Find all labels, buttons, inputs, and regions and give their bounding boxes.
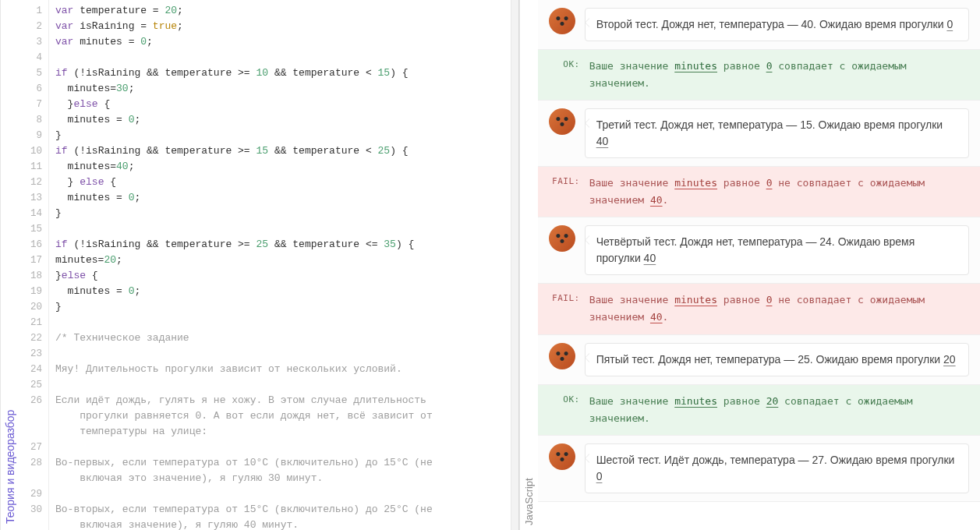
verdict-label: FAIL: bbox=[549, 292, 580, 326]
message-bubble: Второй тест. Дождя нет, температура — 40… bbox=[585, 8, 969, 41]
test-message: Четвёртый тест. Дождя нет, температура —… bbox=[538, 217, 980, 284]
test-ok: OK:Ваше значение minutes равное 20 совпа… bbox=[538, 385, 980, 436]
verdict-text: Ваше значение minutes равное 20 совпадае… bbox=[589, 393, 969, 427]
keks-avatar-icon bbox=[549, 8, 575, 34]
test-results: Второй тест. Дождя нет, температура — 40… bbox=[538, 0, 980, 530]
line-gutter: 1234567891011121314151617181920212223242… bbox=[19, 0, 49, 530]
message-bubble: Третий тест. Дождя нет, температура — 15… bbox=[585, 108, 969, 158]
test-message: Третий тест. Дождя нет, температура — 15… bbox=[538, 101, 980, 167]
keks-avatar-icon bbox=[549, 108, 575, 135]
test-message: Пятый тест. Дождя нет, температура — 25.… bbox=[538, 335, 980, 385]
verdict-text: Ваше значение minutes равное 0 не совпад… bbox=[589, 175, 969, 209]
keks-avatar-icon bbox=[549, 225, 575, 252]
verdict-text: Ваше значение minutes равное 0 совпадает… bbox=[589, 58, 969, 92]
verdict-label: FAIL: bbox=[549, 175, 580, 209]
test-fail: FAIL:Ваше значение minutes равное 0 не с… bbox=[538, 284, 980, 334]
message-bubble: Пятый тест. Дождя нет, температура — 25.… bbox=[585, 343, 969, 376]
verdict-text: Ваше значение minutes равное 0 не совпад… bbox=[589, 292, 969, 326]
message-bubble: Шестой тест. Идёт дождь, температура — 2… bbox=[585, 443, 969, 493]
test-message: Второй тест. Дождя нет, температура — 40… bbox=[538, 0, 980, 50]
results-pane: JavaScript Второй тест. Дождя нет, темпе… bbox=[519, 0, 980, 530]
keks-avatar-icon bbox=[549, 343, 575, 369]
keks-avatar-icon bbox=[549, 443, 575, 470]
test-message: Шестой тест. Идёт дождь, температура — 2… bbox=[538, 436, 980, 502]
code-editor-pane: 1234567891011121314151617181920212223242… bbox=[19, 0, 519, 530]
code-area[interactable]: var temperature = 20;var isRaining = tru… bbox=[49, 0, 511, 530]
message-bubble: Четвёртый тест. Дождя нет, температура —… bbox=[585, 225, 969, 275]
language-tab[interactable]: JavaScript bbox=[519, 0, 538, 530]
test-fail: FAIL:Ваше значение minutes равное 0 не с… bbox=[538, 167, 980, 217]
verdict-label: OK: bbox=[549, 58, 580, 92]
editor-scrollbar[interactable] bbox=[511, 0, 518, 530]
theory-tab[interactable]: Теория и видеоразбор bbox=[0, 0, 19, 530]
verdict-label: OK: bbox=[549, 393, 580, 427]
test-ok: OK:Ваше значение minutes равное 0 совпад… bbox=[538, 50, 980, 101]
